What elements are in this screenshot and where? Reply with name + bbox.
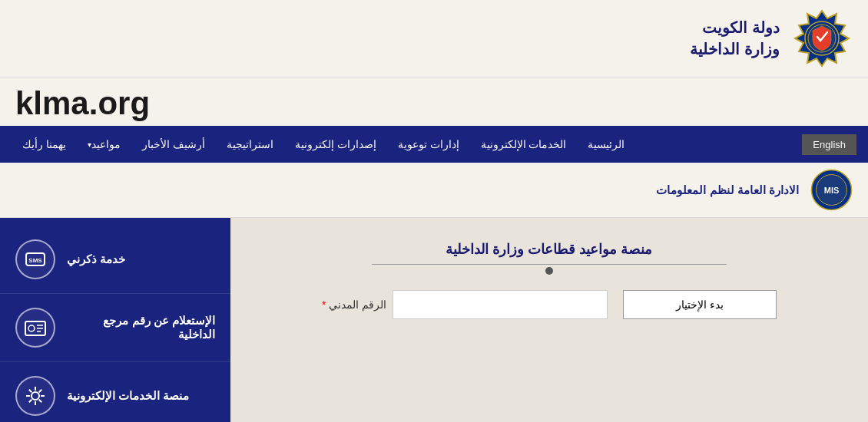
nav-items: الرئيسية الخدمات الإلكترونية إدارات توعو… [12,126,802,163]
main-content: منصة مواعيد قطاعات وزارة الداخلية بدء ال… [0,218,868,422]
sidebar: خدمة ذكرني SMS الإستعلام عن رقم مرجع الد… [0,218,230,422]
civil-number-input[interactable] [393,290,608,319]
civil-number-group: الرقم المدني * [322,290,608,319]
site-title-bar: klma.org [0,77,868,126]
site-title: klma.org [15,85,150,121]
info-mgmt-logo-icon: MIS [810,169,853,211]
header-logo-area: دولة الكويت وزارة الداخلية [690,8,853,69]
sidebar-item-eservices-label: منصة الخدمات الإلكترونية [67,389,189,403]
info-mgmt-label: الادارة العامة لنظم المعلومات [656,183,799,197]
platform-title-container: منصة مواعيد قطاعات وزارة الداخلية [253,241,845,275]
ministry-title-line2: وزارة الداخلية [690,38,780,60]
english-button[interactable]: English [802,134,856,155]
ministry-title-line1: دولة الكويت [690,17,780,38]
header: دولة الكويت وزارة الداخلية [0,0,868,77]
nav-item-strategy[interactable]: استراتيجية [216,126,284,163]
nav-item-main[interactable]: الرئيسية [577,126,635,163]
civil-number-label: الرقم المدني * [322,298,386,311]
sidebar-item-eservices[interactable]: منصة الخدمات الإلكترونية [0,362,230,422]
nav-item-awareness[interactable]: إدارات توعوية [387,126,470,163]
sidebar-item-sms[interactable]: خدمة ذكرني SMS [0,226,230,294]
platform-divider [372,264,727,265]
form-row: بدء الإختيار الرقم المدني * [253,290,845,319]
svg-text:MIS: MIS [824,186,840,195]
nav-item-eservices[interactable]: الخدمات الإلكترونية [470,126,578,163]
svg-line-19 [39,400,42,403]
sidebar-item-sms-label: خدمة ذكرني [67,252,125,266]
sidebar-item-eservices-icon [15,376,55,416]
svg-line-21 [29,400,32,403]
navbar: English الرئيسية الخدمات الإلكترونية إدا… [0,126,868,163]
sidebar-item-inquiry[interactable]: الإستعلام عن رقم مرجع الداخلية [0,294,230,362]
select-button[interactable]: بدء الإختيار [623,290,777,319]
nav-item-appointments[interactable]: مواعيد [77,126,131,163]
police-badge-icon [791,8,853,69]
nav-item-opinion[interactable]: يهمنا رأيك [12,126,77,163]
nav-item-archive[interactable]: أرشيف الأخبار [131,126,216,163]
sidebar-item-sms-icon: SMS [15,239,55,279]
form-area: منصة مواعيد قطاعات وزارة الداخلية بدء ال… [230,218,868,422]
svg-line-18 [29,390,32,393]
info-mgmt-bar: الادارة العامة لنظم المعلومات MIS [0,163,868,218]
sidebar-item-inquiry-icon [15,308,55,348]
platform-divider-center [545,267,553,275]
sidebar-item-inquiry-label: الإستعلام عن رقم مرجع الداخلية [67,314,215,341]
svg-text:SMS: SMS [28,257,42,264]
platform-title-text: منصة مواعيد قطاعات وزارة الداخلية [253,241,845,258]
svg-line-20 [39,390,42,393]
nav-item-publications[interactable]: إصدارات إلكترونية [284,126,387,163]
svg-point-9 [28,325,35,331]
svg-point-13 [31,392,39,400]
header-text: دولة الكويت وزارة الداخلية [690,17,780,60]
